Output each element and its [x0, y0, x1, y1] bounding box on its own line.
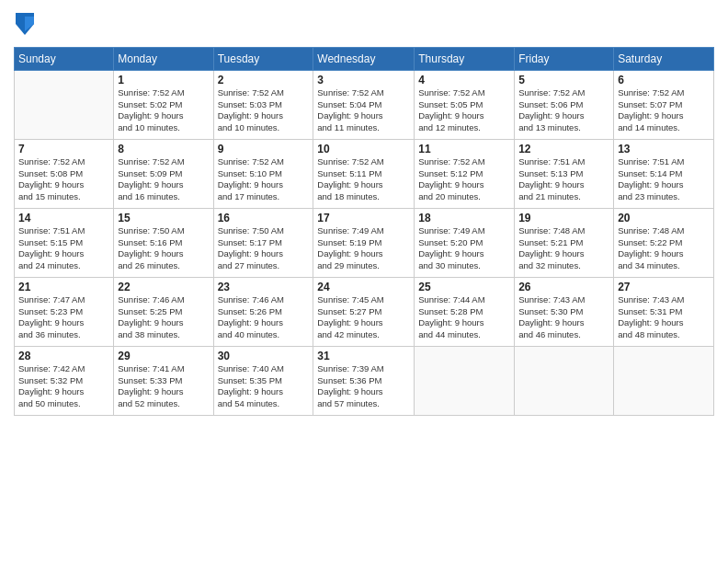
day-number: 2	[218, 74, 310, 86]
day-info: Sunrise: 7:52 AMSunset: 5:04 PMDaylight:…	[317, 87, 410, 134]
calendar-table: SundayMondayTuesdayWednesdayThursdayFrid…	[14, 47, 714, 416]
day-cell: 16Sunrise: 7:50 AMSunset: 5:17 PMDayligh…	[213, 208, 313, 277]
day-cell: 6Sunrise: 7:52 AMSunset: 5:07 PMDaylight…	[614, 70, 714, 139]
day-info: Sunrise: 7:52 AMSunset: 5:05 PMDaylight:…	[418, 87, 510, 134]
day-number: 18	[418, 212, 510, 224]
weekday-header-tuesday: Tuesday	[213, 47, 313, 70]
day-cell: 20Sunrise: 7:48 AMSunset: 5:22 PMDayligh…	[614, 208, 714, 277]
day-number: 1	[118, 74, 209, 86]
day-info: Sunrise: 7:44 AMSunset: 5:28 PMDaylight:…	[418, 294, 510, 341]
day-cell: 25Sunrise: 7:44 AMSunset: 5:28 PMDayligh…	[415, 277, 515, 346]
day-number: 30	[218, 350, 310, 362]
day-info: Sunrise: 7:46 AMSunset: 5:26 PMDaylight:…	[218, 294, 310, 341]
day-info: Sunrise: 7:52 AMSunset: 5:09 PMDaylight:…	[118, 156, 209, 203]
day-cell: 4Sunrise: 7:52 AMSunset: 5:05 PMDaylight…	[415, 70, 515, 139]
day-cell: 7Sunrise: 7:52 AMSunset: 5:08 PMDaylight…	[15, 139, 114, 208]
day-info: Sunrise: 7:41 AMSunset: 5:33 PMDaylight:…	[118, 363, 209, 410]
day-cell: 3Sunrise: 7:52 AMSunset: 5:04 PMDaylight…	[313, 70, 415, 139]
day-info: Sunrise: 7:46 AMSunset: 5:25 PMDaylight:…	[118, 294, 209, 341]
day-cell: 14Sunrise: 7:51 AMSunset: 5:15 PMDayligh…	[15, 208, 114, 277]
week-row-3: 14Sunrise: 7:51 AMSunset: 5:15 PMDayligh…	[15, 208, 714, 277]
day-cell	[515, 346, 614, 415]
day-info: Sunrise: 7:39 AMSunset: 5:36 PMDaylight:…	[317, 363, 410, 410]
day-info: Sunrise: 7:50 AMSunset: 5:16 PMDaylight:…	[118, 225, 209, 272]
weekday-header-wednesday: Wednesday	[313, 47, 415, 70]
day-info: Sunrise: 7:43 AMSunset: 5:30 PMDaylight:…	[518, 294, 609, 341]
day-info: Sunrise: 7:52 AMSunset: 5:11 PMDaylight:…	[317, 156, 410, 203]
day-cell: 5Sunrise: 7:52 AMSunset: 5:06 PMDaylight…	[515, 70, 614, 139]
day-number: 10	[317, 143, 410, 155]
day-cell: 11Sunrise: 7:52 AMSunset: 5:12 PMDayligh…	[415, 139, 515, 208]
weekday-header-saturday: Saturday	[614, 47, 714, 70]
week-row-1: 1Sunrise: 7:52 AMSunset: 5:02 PMDaylight…	[15, 70, 714, 139]
day-info: Sunrise: 7:40 AMSunset: 5:35 PMDaylight:…	[218, 363, 310, 410]
day-number: 5	[518, 74, 609, 86]
day-number: 24	[317, 281, 410, 293]
day-number: 25	[418, 281, 510, 293]
day-number: 17	[317, 212, 410, 224]
day-cell: 29Sunrise: 7:41 AMSunset: 5:33 PMDayligh…	[114, 346, 213, 415]
day-number: 28	[18, 350, 109, 362]
day-number: 8	[118, 143, 209, 155]
day-number: 21	[18, 281, 109, 293]
day-cell: 12Sunrise: 7:51 AMSunset: 5:13 PMDayligh…	[515, 139, 614, 208]
day-info: Sunrise: 7:45 AMSunset: 5:27 PMDaylight:…	[317, 294, 410, 341]
week-row-2: 7Sunrise: 7:52 AMSunset: 5:08 PMDaylight…	[15, 139, 714, 208]
day-info: Sunrise: 7:51 AMSunset: 5:15 PMDaylight:…	[18, 225, 109, 272]
day-cell: 28Sunrise: 7:42 AMSunset: 5:32 PMDayligh…	[15, 346, 114, 415]
day-number: 19	[518, 212, 609, 224]
day-number: 26	[518, 281, 609, 293]
day-cell: 15Sunrise: 7:50 AMSunset: 5:16 PMDayligh…	[114, 208, 213, 277]
day-number: 12	[518, 143, 609, 155]
day-number: 14	[18, 212, 109, 224]
day-cell	[15, 70, 114, 139]
day-cell: 8Sunrise: 7:52 AMSunset: 5:09 PMDaylight…	[114, 139, 213, 208]
day-cell: 19Sunrise: 7:48 AMSunset: 5:21 PMDayligh…	[515, 208, 614, 277]
day-info: Sunrise: 7:42 AMSunset: 5:32 PMDaylight:…	[18, 363, 109, 410]
day-info: Sunrise: 7:52 AMSunset: 5:06 PMDaylight:…	[518, 87, 609, 134]
day-cell: 21Sunrise: 7:47 AMSunset: 5:23 PMDayligh…	[15, 277, 114, 346]
weekday-header-friday: Friday	[515, 47, 614, 70]
day-cell: 27Sunrise: 7:43 AMSunset: 5:31 PMDayligh…	[614, 277, 714, 346]
weekday-header-thursday: Thursday	[415, 47, 515, 70]
day-info: Sunrise: 7:50 AMSunset: 5:17 PMDaylight:…	[218, 225, 310, 272]
day-info: Sunrise: 7:49 AMSunset: 5:20 PMDaylight:…	[418, 225, 510, 272]
day-number: 15	[118, 212, 209, 224]
day-cell: 23Sunrise: 7:46 AMSunset: 5:26 PMDayligh…	[213, 277, 313, 346]
day-cell: 31Sunrise: 7:39 AMSunset: 5:36 PMDayligh…	[313, 346, 415, 415]
day-cell: 18Sunrise: 7:49 AMSunset: 5:20 PMDayligh…	[415, 208, 515, 277]
day-number: 29	[118, 350, 209, 362]
week-row-5: 28Sunrise: 7:42 AMSunset: 5:32 PMDayligh…	[15, 346, 714, 415]
day-info: Sunrise: 7:52 AMSunset: 5:08 PMDaylight:…	[18, 156, 109, 203]
day-cell: 1Sunrise: 7:52 AMSunset: 5:02 PMDaylight…	[114, 70, 213, 139]
logo	[14, 13, 34, 40]
day-info: Sunrise: 7:52 AMSunset: 5:12 PMDaylight:…	[418, 156, 510, 203]
weekday-header-sunday: Sunday	[15, 47, 114, 70]
day-info: Sunrise: 7:43 AMSunset: 5:31 PMDaylight:…	[618, 294, 710, 341]
day-number: 20	[618, 212, 710, 224]
day-cell: 2Sunrise: 7:52 AMSunset: 5:03 PMDaylight…	[213, 70, 313, 139]
day-info: Sunrise: 7:51 AMSunset: 5:13 PMDaylight:…	[518, 156, 609, 203]
day-info: Sunrise: 7:51 AMSunset: 5:14 PMDaylight:…	[618, 156, 710, 203]
day-cell: 30Sunrise: 7:40 AMSunset: 5:35 PMDayligh…	[213, 346, 313, 415]
day-number: 11	[418, 143, 510, 155]
day-cell: 24Sunrise: 7:45 AMSunset: 5:27 PMDayligh…	[313, 277, 415, 346]
day-cell	[614, 346, 714, 415]
day-number: 16	[218, 212, 310, 224]
day-cell: 13Sunrise: 7:51 AMSunset: 5:14 PMDayligh…	[614, 139, 714, 208]
day-info: Sunrise: 7:52 AMSunset: 5:07 PMDaylight:…	[618, 87, 710, 134]
day-number: 27	[618, 281, 710, 293]
day-cell	[415, 346, 515, 415]
weekday-header-row: SundayMondayTuesdayWednesdayThursdayFrid…	[15, 47, 714, 70]
day-number: 4	[418, 74, 510, 86]
week-row-4: 21Sunrise: 7:47 AMSunset: 5:23 PMDayligh…	[15, 277, 714, 346]
header	[14, 9, 714, 40]
day-info: Sunrise: 7:52 AMSunset: 5:02 PMDaylight:…	[118, 87, 209, 134]
calendar-page: SundayMondayTuesdayWednesdayThursdayFrid…	[0, 0, 728, 563]
day-info: Sunrise: 7:48 AMSunset: 5:21 PMDaylight:…	[518, 225, 609, 272]
day-info: Sunrise: 7:52 AMSunset: 5:10 PMDaylight:…	[218, 156, 310, 203]
day-cell: 9Sunrise: 7:52 AMSunset: 5:10 PMDaylight…	[213, 139, 313, 208]
day-info: Sunrise: 7:52 AMSunset: 5:03 PMDaylight:…	[218, 87, 310, 134]
day-info: Sunrise: 7:47 AMSunset: 5:23 PMDaylight:…	[18, 294, 109, 341]
day-number: 9	[218, 143, 310, 155]
